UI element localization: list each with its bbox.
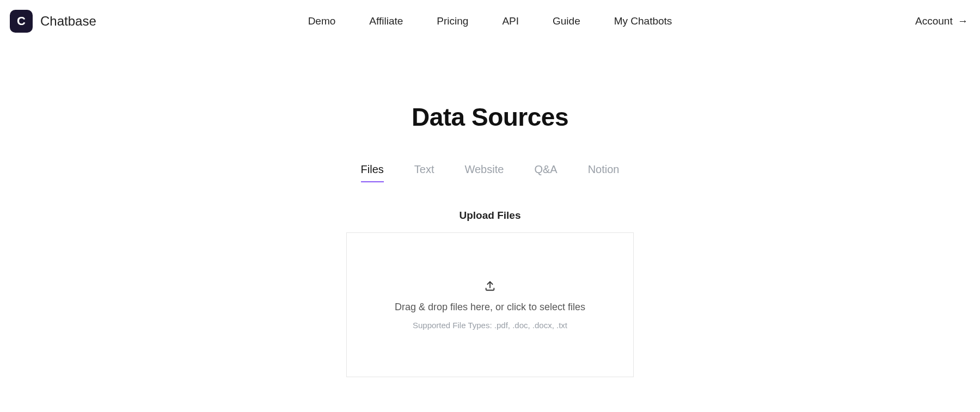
nav-link-pricing[interactable]: Pricing (437, 15, 468, 27)
brand-logo-letter: C (17, 14, 26, 28)
primary-nav: Demo Affiliate Pricing API Guide My Chat… (308, 15, 672, 27)
nav-link-my-chatbots[interactable]: My Chatbots (614, 15, 672, 27)
upload-icon (484, 280, 496, 294)
brand-logo-icon: C (10, 10, 33, 33)
upload-section-label: Upload Files (0, 210, 980, 222)
account-link[interactable]: Account → (915, 15, 968, 27)
page-title: Data Sources (0, 102, 980, 132)
nav-link-affiliate[interactable]: Affiliate (369, 15, 403, 27)
nav-link-api[interactable]: API (502, 15, 519, 27)
brand[interactable]: C Chatbase (10, 10, 96, 33)
tab-notion[interactable]: Notion (588, 163, 620, 182)
account-label: Account (915, 15, 953, 27)
arrow-right-icon: → (958, 15, 968, 27)
dropzone-instruction: Drag & drop files here, or click to sele… (395, 302, 585, 313)
tab-text[interactable]: Text (414, 163, 434, 182)
nav-link-demo[interactable]: Demo (308, 15, 336, 27)
source-tabs: Files Text Website Q&A Notion (0, 163, 980, 182)
tab-qa[interactable]: Q&A (534, 163, 557, 182)
file-dropzone[interactable]: Drag & drop files here, or click to sele… (346, 232, 634, 377)
main: Data Sources Files Text Website Q&A Noti… (0, 42, 980, 377)
brand-name: Chatbase (40, 14, 96, 29)
dropzone-supported-types: Supported File Types: .pdf, .doc, .docx,… (413, 321, 567, 330)
tab-website[interactable]: Website (464, 163, 504, 182)
header: C Chatbase Demo Affiliate Pricing API Gu… (0, 0, 980, 42)
nav-link-guide[interactable]: Guide (553, 15, 580, 27)
tab-files[interactable]: Files (361, 163, 384, 182)
